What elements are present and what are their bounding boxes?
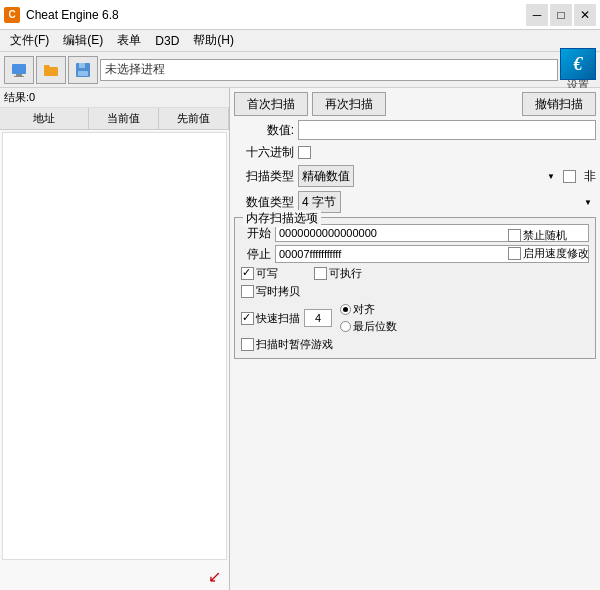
last-digits-label: 最后位数 [353, 319, 397, 334]
save-icon [74, 61, 92, 79]
header-current-value: 当前值 [89, 108, 159, 129]
menu-edit[interactable]: 编辑(E) [57, 30, 109, 51]
open-process-button[interactable] [4, 56, 34, 84]
app-icon: C [4, 7, 20, 23]
arrow-down-icon: ↙ [208, 567, 221, 586]
first-scan-button[interactable]: 首次扫描 [234, 92, 308, 116]
speed-label: 启用速度修改 [523, 246, 589, 261]
mem-start-label: 开始 [241, 225, 271, 242]
pause-label: 扫描时暂停游戏 [256, 337, 333, 352]
writable-label: 可写 [256, 266, 278, 281]
maximize-button[interactable]: □ [550, 4, 572, 26]
list-header: 地址 当前值 先前值 [0, 108, 229, 130]
last-digits-radio[interactable] [340, 321, 351, 332]
scan-type-label: 扫描类型 [234, 168, 294, 185]
right-panel: 首次扫描 再次扫描 撤销扫描 数值: 十六进制 扫描类型 精确数值 ▼ 非 [230, 88, 600, 590]
pause-checkbox[interactable] [241, 338, 254, 351]
pause-item: 扫描时暂停游戏 [241, 337, 333, 352]
menu-help[interactable]: 帮助(H) [187, 30, 240, 51]
menu-table[interactable]: 表单 [111, 30, 147, 51]
hex-label: 十六进制 [234, 144, 294, 161]
executable-checkbox[interactable] [314, 267, 327, 280]
scan-type-wrapper: 精确数值 ▼ [298, 165, 559, 187]
data-type-label: 数值类型 [234, 194, 294, 211]
process-name: 未选择进程 [105, 61, 165, 78]
pause-row: 扫描时暂停游戏 [241, 337, 589, 352]
non-label: 非 [584, 168, 596, 185]
executable-check-item: 可执行 [314, 266, 362, 281]
svg-rect-5 [78, 71, 88, 76]
header-address: 地址 [0, 108, 89, 129]
close-button[interactable]: ✕ [574, 4, 596, 26]
value-row: 数值: [234, 120, 596, 140]
copy-on-write-item: 写时拷贝 [241, 284, 300, 299]
last-digits-radio-item: 最后位数 [340, 319, 397, 334]
hex-row: 十六进制 [234, 144, 596, 161]
hex-checkbox[interactable] [298, 146, 311, 159]
speed-check-item: 启用速度修改 [508, 246, 589, 261]
executable-label: 可执行 [329, 266, 362, 281]
left-panel: 结果:0 地址 当前值 先前值 ↙ [0, 88, 230, 590]
copy-on-write-checkbox[interactable] [241, 285, 254, 298]
value-label: 数值: [234, 122, 294, 139]
value-input[interactable] [298, 120, 596, 140]
align-radio-item: 对齐 [340, 302, 397, 317]
list-bottom: ↙ [0, 562, 229, 590]
mem-scan-title: 内存扫描选项 [243, 210, 321, 227]
menu-file[interactable]: 文件(F) [4, 30, 55, 51]
minimize-button[interactable]: ─ [526, 4, 548, 26]
align-label: 对齐 [353, 302, 375, 317]
copy-on-write-row: 写时拷贝 [241, 284, 589, 299]
scan-type-select[interactable]: 精确数值 [298, 165, 354, 187]
main-layout: 结果:0 地址 当前值 先前值 ↙ 首次扫描 再次扫描 撤销扫描 数值: 十六进… [0, 88, 600, 590]
quick-scan-input[interactable] [304, 309, 332, 327]
save-button[interactable] [68, 56, 98, 84]
quick-scan-item: 快速扫描 [241, 311, 300, 326]
menu-d3d[interactable]: D3D [149, 32, 185, 50]
quick-scan-label: 快速扫描 [256, 311, 300, 326]
data-type-arrow-icon: ▼ [584, 198, 592, 207]
app-icon-text: C [8, 9, 15, 20]
scan-buttons-row: 首次扫描 再次扫描 撤销扫描 [234, 92, 596, 116]
process-bar: 未选择进程 [100, 59, 558, 81]
results-count: 结果:0 [0, 88, 229, 108]
non-checkbox[interactable] [563, 170, 576, 183]
toolbar: 未选择进程 € 设置 [0, 52, 600, 88]
quick-scan-row: 快速扫描 对齐 最后位数 [241, 302, 589, 334]
writable-checkbox[interactable] [241, 267, 254, 280]
cancel-scan-button[interactable]: 撤销扫描 [522, 92, 596, 116]
mem-stop-label: 停止 [241, 246, 271, 263]
mem-writable-row: 可写 可执行 [241, 266, 589, 281]
align-radio[interactable] [340, 304, 351, 315]
random-label: 禁止随机 [523, 228, 567, 243]
scan-results-list [2, 132, 227, 560]
title-bar: C Cheat Engine 6.8 ─ □ ✕ [0, 0, 600, 30]
svg-rect-0 [12, 64, 26, 74]
header-previous-value: 先前值 [159, 108, 229, 129]
copy-on-write-label: 写时拷贝 [256, 284, 300, 299]
svg-rect-2 [14, 76, 24, 77]
svg-rect-1 [16, 74, 22, 76]
data-type-wrapper: 4 字节 ▼ [298, 191, 596, 213]
window-controls: ─ □ ✕ [526, 4, 596, 26]
computer-icon [10, 61, 28, 79]
folder-icon [42, 61, 60, 79]
svg-rect-4 [79, 63, 85, 68]
title-bar-text: Cheat Engine 6.8 [26, 8, 526, 22]
mem-right-checks: 禁止随机 启用速度修改 [508, 228, 589, 261]
random-check-item: 禁止随机 [508, 228, 589, 243]
ce-logo: € [560, 48, 596, 80]
menu-bar: 文件(F) 编辑(E) 表单 D3D 帮助(H) [0, 30, 600, 52]
next-scan-button[interactable]: 再次扫描 [312, 92, 386, 116]
random-checkbox[interactable] [508, 229, 521, 242]
scan-type-arrow-icon: ▼ [547, 172, 555, 181]
ce-logo-text: € [574, 54, 583, 75]
writable-check-item: 可写 [241, 266, 278, 281]
speed-checkbox[interactable] [508, 247, 521, 260]
open-file-button[interactable] [36, 56, 66, 84]
scan-type-row: 扫描类型 精确数值 ▼ 非 [234, 165, 596, 187]
quick-scan-checkbox[interactable] [241, 312, 254, 325]
mem-scan-box: 内存扫描选项 开始 停止 可写 可执行 [234, 217, 596, 359]
